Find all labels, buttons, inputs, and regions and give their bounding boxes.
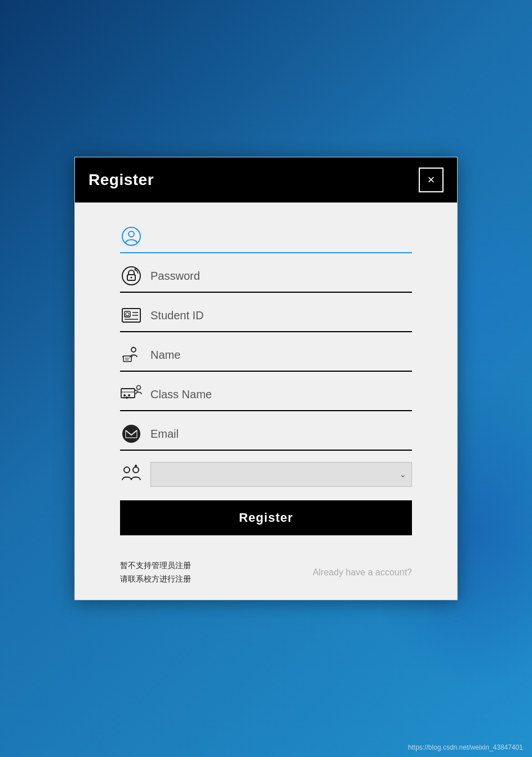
login-link[interactable]: Already have a account? bbox=[313, 567, 412, 578]
svg-point-2 bbox=[122, 267, 140, 285]
student-id-input[interactable] bbox=[150, 309, 412, 322]
svg-point-4 bbox=[131, 277, 132, 279]
password-icon bbox=[120, 265, 143, 287]
password-field bbox=[120, 259, 412, 293]
gender-icon bbox=[120, 463, 143, 486]
svg-point-21 bbox=[128, 394, 130, 397]
svg-point-29 bbox=[124, 467, 130, 473]
svg-point-19 bbox=[137, 386, 141, 390]
class-name-field bbox=[120, 377, 412, 411]
footer-note: 暂不支持管理员注册 请联系校方进行注册 bbox=[120, 559, 191, 586]
svg-rect-17 bbox=[121, 389, 135, 398]
gender-select-container: Male Female Other ⌄ bbox=[150, 462, 412, 487]
class-name-input[interactable] bbox=[150, 388, 412, 401]
url-bar: https://blog.csdn.net/weixin_43847401 bbox=[408, 743, 523, 751]
name-input[interactable] bbox=[150, 349, 412, 362]
svg-point-22 bbox=[126, 397, 128, 399]
student-id-icon bbox=[120, 304, 143, 327]
email-input[interactable] bbox=[150, 428, 412, 441]
dialog-footer: 暂不支持管理员注册 请联系校方进行注册 Already have a accou… bbox=[75, 559, 457, 600]
name-field bbox=[120, 338, 412, 372]
class-name-icon bbox=[120, 383, 143, 406]
password-input[interactable] bbox=[150, 270, 412, 283]
username-input[interactable] bbox=[150, 230, 412, 243]
student-id-field bbox=[120, 298, 412, 332]
svg-point-20 bbox=[123, 394, 126, 397]
svg-point-11 bbox=[131, 347, 136, 352]
dialog-body: Male Female Other ⌄ Register bbox=[75, 203, 457, 559]
user-icon bbox=[120, 225, 143, 248]
gender-select[interactable]: Male Female Other bbox=[150, 462, 412, 487]
dialog-title: Register bbox=[88, 171, 154, 189]
gender-field: Male Female Other ⌄ bbox=[120, 456, 412, 491]
svg-point-30 bbox=[133, 467, 139, 473]
email-icon bbox=[120, 422, 143, 445]
svg-point-1 bbox=[128, 231, 134, 237]
dialog-header: Register × bbox=[75, 157, 457, 203]
name-icon bbox=[120, 344, 143, 366]
svg-point-10 bbox=[126, 313, 129, 316]
register-button[interactable]: Register bbox=[120, 500, 412, 535]
username-field bbox=[120, 219, 412, 253]
register-dialog: Register × bbox=[74, 157, 458, 600]
close-button[interactable]: × bbox=[419, 168, 444, 192]
email-field bbox=[120, 417, 412, 451]
